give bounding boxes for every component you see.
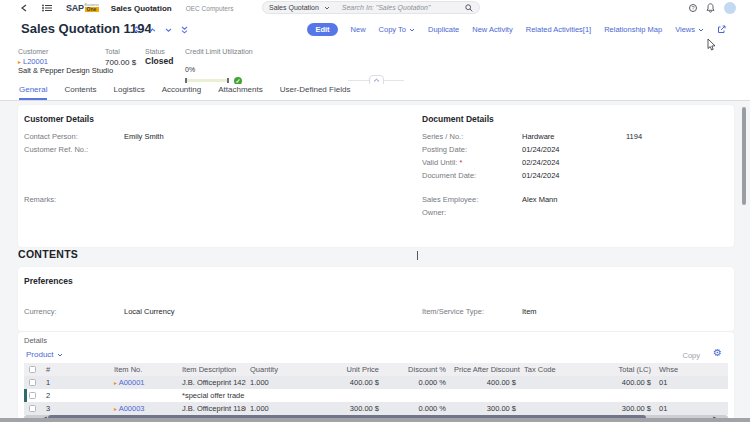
search-bar[interactable]: Sales Quotation Search In: "Sales Quotat… — [262, 1, 480, 14]
cell-item-description: *special offer trade show* — [178, 391, 246, 400]
select-all-checkbox[interactable] — [24, 366, 42, 373]
divider — [348, 80, 369, 81]
cell-whse: 01 — [655, 378, 728, 387]
row-selected-marker — [24, 389, 27, 402]
credit-limit-utilization: 0% ✓ — [185, 58, 229, 82]
tab-contents[interactable]: Contents — [64, 85, 96, 100]
vertical-scroll-thumb[interactable] — [742, 107, 746, 205]
new-activity-button[interactable]: New Activity — [472, 25, 512, 34]
document-date-value[interactable]: 01/24/2024 — [522, 171, 560, 180]
cell-price-after-discount: 300.00 $ — [450, 404, 520, 413]
sales-employee-label: Sales Employee: — [422, 195, 478, 204]
valid-until-value[interactable]: 02/24/2024 — [522, 158, 560, 167]
share-icon[interactable] — [717, 25, 726, 34]
remarks-label: Remarks: — [24, 195, 56, 204]
table-row[interactable]: 1▸ A00001J.B. Officeprint 14201.000400.0… — [24, 376, 728, 389]
contact-person-value[interactable]: Emily Smith — [124, 132, 164, 141]
tab-attachments[interactable]: Attachments — [218, 85, 262, 100]
tab-user-defined-fields[interactable]: User-Defined Fields — [280, 85, 351, 100]
column-header-total-lc-: Total (LC) — [588, 365, 655, 374]
status-label: Status — [145, 48, 165, 55]
series-label: Series / No.: — [422, 132, 463, 141]
contents-section-title: CONTENTS — [18, 248, 78, 260]
document-number-value[interactable]: 1194 — [626, 132, 642, 141]
currency-label: Currency: — [24, 307, 57, 316]
cell-item-description: J.B. Officeprint 1186 — [178, 404, 246, 413]
divider — [384, 80, 405, 81]
progress-end-tick — [227, 78, 229, 83]
cell-unit-price: 400.00 $ — [315, 378, 383, 387]
copy-to-button[interactable]: Copy To — [379, 25, 415, 34]
posting-date-value[interactable]: 01/24/2024 — [522, 145, 560, 154]
app-title: Sales Quotation — [111, 4, 172, 13]
series-value[interactable]: Hardware — [522, 132, 555, 141]
notifications-bell-icon[interactable] — [706, 3, 715, 13]
column-header-item-no-: Item No. — [110, 365, 178, 374]
tab-logistics[interactable]: Logistics — [114, 85, 145, 100]
previous-record-icon[interactable] — [149, 26, 156, 34]
last-record-icon[interactable] — [181, 26, 188, 34]
first-record-icon[interactable] — [133, 26, 140, 34]
duplicate-button[interactable]: Duplicate — [428, 25, 459, 34]
customer-code-link[interactable]: ▸ L20001 — [18, 57, 48, 66]
back-icon[interactable] — [18, 4, 30, 12]
user-avatar[interactable] — [724, 2, 736, 14]
relationship-map-button[interactable]: Relationship Map — [604, 25, 662, 34]
cell-item-description: J.B. Officeprint 1420 — [178, 378, 246, 387]
next-record-icon[interactable] — [165, 26, 172, 34]
sales-employee-value[interactable]: Alex Mann — [522, 195, 557, 204]
status-value: Closed — [145, 56, 173, 66]
item-service-type-value[interactable]: Item — [522, 307, 537, 316]
customer-ref-label: Customer Ref. No.: — [24, 145, 88, 154]
total-label: Total — [105, 48, 120, 55]
valid-until-label: Valid Until: * — [422, 158, 462, 167]
copy-button[interactable]: Copy — [682, 351, 700, 360]
vertical-scrollbar[interactable] — [742, 101, 747, 418]
sales-quotation-app: SAP Business One Sales Quotation OEC Com… — [0, 0, 750, 422]
search-scope-dropdown[interactable]: Sales Quotation — [269, 4, 319, 11]
total-value: 700.00 $ — [105, 58, 136, 67]
preferences-title: Preferences — [24, 276, 73, 286]
related-activities-1--button[interactable]: Related Activities[1] — [526, 25, 591, 34]
menu-icon[interactable] — [40, 4, 54, 12]
search-input[interactable]: Search In: "Sales Quotation" — [342, 4, 465, 11]
preferences-card: Preferences Currency: Local Currency Ite… — [18, 267, 734, 331]
credit-percent: 0% — [185, 66, 195, 73]
product-dropdown[interactable]: Product — [26, 350, 63, 359]
table-header-row: #Item No.Item DescriptionQuantityUnit Pr… — [24, 363, 728, 376]
cell-quantity: 1.000 — [246, 378, 315, 387]
table-settings-gear-icon[interactable]: ⚙ — [713, 347, 722, 358]
new-button[interactable]: New — [351, 25, 366, 34]
edit-button[interactable]: Edit — [307, 23, 337, 36]
row-checkbox[interactable] — [24, 405, 42, 412]
currency-value[interactable]: Local Currency — [124, 307, 174, 316]
document-details-title: Document Details — [422, 114, 494, 124]
customer-name: Salt & Pepper Design Studio — [18, 66, 113, 75]
chevron-down-icon — [324, 6, 330, 10]
search-icon[interactable] — [465, 4, 473, 12]
row-checkbox[interactable] — [24, 379, 42, 386]
action-bar: EditNewCopy ToDuplicateNew ActivityRelat… — [307, 23, 726, 36]
page-content: Customer Details Contact Person: Emily S… — [0, 101, 750, 418]
help-icon[interactable]: ? — [689, 4, 697, 12]
posting-date-label: Posting Date: — [422, 145, 467, 154]
column-header-tax-code: Tax Code — [520, 365, 588, 374]
customer-label: Customer — [18, 48, 48, 55]
cell--: 3 — [42, 404, 110, 413]
general-section-card: Customer Details Contact Person: Emily S… — [18, 105, 734, 247]
owner-label: Owner: — [422, 208, 446, 217]
column-header-unit-price: Unit Price — [315, 365, 383, 374]
item-no-link[interactable]: ▸ A00003 — [110, 404, 178, 413]
tab-strip: GeneralContentsLogisticsAccountingAttach… — [0, 84, 750, 101]
cell-unit-price: 300.00 $ — [315, 404, 383, 413]
tab-general[interactable]: General — [19, 85, 47, 100]
mouse-cursor — [707, 39, 716, 51]
link-arrow-icon: ▸ — [18, 58, 21, 65]
item-no-link[interactable]: ▸ A00001 — [110, 378, 178, 387]
tab-accounting[interactable]: Accounting — [162, 85, 202, 100]
table-row[interactable]: 2*special offer trade show* — [24, 389, 728, 402]
table-row[interactable]: 3▸ A00003J.B. Officeprint 11861.000300.0… — [24, 402, 728, 415]
views-button[interactable]: Views — [675, 25, 704, 34]
company-name: OEC Computers — [186, 5, 234, 12]
credit-limit-label: Credit Limit Utilization — [185, 48, 253, 55]
